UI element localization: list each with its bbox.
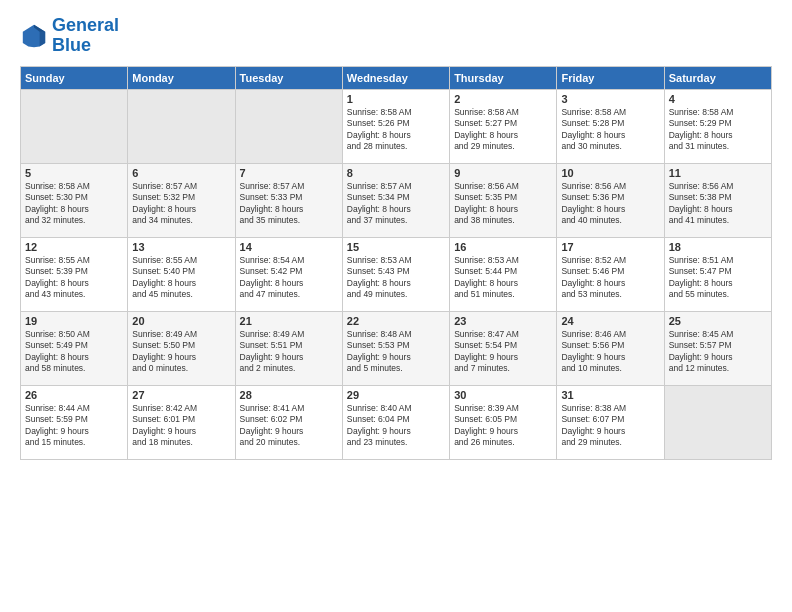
day-info: Sunrise: 8:58 AMSunset: 5:29 PMDaylight:…	[669, 107, 767, 153]
day-cell: 8Sunrise: 8:57 AMSunset: 5:34 PMDaylight…	[342, 163, 449, 237]
day-info: Sunrise: 8:51 AMSunset: 5:47 PMDaylight:…	[669, 255, 767, 301]
day-info: Sunrise: 8:55 AMSunset: 5:39 PMDaylight:…	[25, 255, 123, 301]
day-info: Sunrise: 8:57 AMSunset: 5:34 PMDaylight:…	[347, 181, 445, 227]
day-number: 19	[25, 315, 123, 327]
logo-icon	[20, 22, 48, 50]
day-info: Sunrise: 8:44 AMSunset: 5:59 PMDaylight:…	[25, 403, 123, 449]
day-cell: 26Sunrise: 8:44 AMSunset: 5:59 PMDayligh…	[21, 385, 128, 459]
day-number: 25	[669, 315, 767, 327]
day-number: 13	[132, 241, 230, 253]
day-number: 14	[240, 241, 338, 253]
day-number: 28	[240, 389, 338, 401]
day-info: Sunrise: 8:57 AMSunset: 5:32 PMDaylight:…	[132, 181, 230, 227]
day-number: 17	[561, 241, 659, 253]
header-cell-thursday: Thursday	[450, 66, 557, 89]
day-info: Sunrise: 8:56 AMSunset: 5:38 PMDaylight:…	[669, 181, 767, 227]
day-info: Sunrise: 8:55 AMSunset: 5:40 PMDaylight:…	[132, 255, 230, 301]
day-cell	[235, 89, 342, 163]
day-cell: 13Sunrise: 8:55 AMSunset: 5:40 PMDayligh…	[128, 237, 235, 311]
day-info: Sunrise: 8:57 AMSunset: 5:33 PMDaylight:…	[240, 181, 338, 227]
day-info: Sunrise: 8:58 AMSunset: 5:26 PMDaylight:…	[347, 107, 445, 153]
day-number: 5	[25, 167, 123, 179]
day-cell: 30Sunrise: 8:39 AMSunset: 6:05 PMDayligh…	[450, 385, 557, 459]
header-cell-friday: Friday	[557, 66, 664, 89]
day-number: 9	[454, 167, 552, 179]
day-cell: 2Sunrise: 8:58 AMSunset: 5:27 PMDaylight…	[450, 89, 557, 163]
day-cell: 18Sunrise: 8:51 AMSunset: 5:47 PMDayligh…	[664, 237, 771, 311]
day-cell: 15Sunrise: 8:53 AMSunset: 5:43 PMDayligh…	[342, 237, 449, 311]
day-number: 2	[454, 93, 552, 105]
day-cell: 5Sunrise: 8:58 AMSunset: 5:30 PMDaylight…	[21, 163, 128, 237]
svg-marker-2	[40, 32, 46, 47]
day-number: 8	[347, 167, 445, 179]
day-info: Sunrise: 8:52 AMSunset: 5:46 PMDaylight:…	[561, 255, 659, 301]
day-cell: 29Sunrise: 8:40 AMSunset: 6:04 PMDayligh…	[342, 385, 449, 459]
day-cell: 4Sunrise: 8:58 AMSunset: 5:29 PMDaylight…	[664, 89, 771, 163]
header-cell-monday: Monday	[128, 66, 235, 89]
day-info: Sunrise: 8:53 AMSunset: 5:44 PMDaylight:…	[454, 255, 552, 301]
day-cell: 16Sunrise: 8:53 AMSunset: 5:44 PMDayligh…	[450, 237, 557, 311]
logo-text: General Blue	[52, 16, 119, 56]
day-number: 21	[240, 315, 338, 327]
week-row-1: 1Sunrise: 8:58 AMSunset: 5:26 PMDaylight…	[21, 89, 772, 163]
day-number: 26	[25, 389, 123, 401]
day-cell	[21, 89, 128, 163]
day-info: Sunrise: 8:58 AMSunset: 5:27 PMDaylight:…	[454, 107, 552, 153]
day-number: 23	[454, 315, 552, 327]
day-cell: 19Sunrise: 8:50 AMSunset: 5:49 PMDayligh…	[21, 311, 128, 385]
day-info: Sunrise: 8:58 AMSunset: 5:30 PMDaylight:…	[25, 181, 123, 227]
day-number: 6	[132, 167, 230, 179]
day-number: 31	[561, 389, 659, 401]
day-number: 12	[25, 241, 123, 253]
day-number: 22	[347, 315, 445, 327]
day-info: Sunrise: 8:49 AMSunset: 5:51 PMDaylight:…	[240, 329, 338, 375]
day-cell: 7Sunrise: 8:57 AMSunset: 5:33 PMDaylight…	[235, 163, 342, 237]
day-cell: 12Sunrise: 8:55 AMSunset: 5:39 PMDayligh…	[21, 237, 128, 311]
day-number: 1	[347, 93, 445, 105]
week-row-3: 12Sunrise: 8:55 AMSunset: 5:39 PMDayligh…	[21, 237, 772, 311]
day-number: 27	[132, 389, 230, 401]
week-row-5: 26Sunrise: 8:44 AMSunset: 5:59 PMDayligh…	[21, 385, 772, 459]
day-cell: 22Sunrise: 8:48 AMSunset: 5:53 PMDayligh…	[342, 311, 449, 385]
day-cell: 27Sunrise: 8:42 AMSunset: 6:01 PMDayligh…	[128, 385, 235, 459]
day-cell: 10Sunrise: 8:56 AMSunset: 5:36 PMDayligh…	[557, 163, 664, 237]
day-cell: 9Sunrise: 8:56 AMSunset: 5:35 PMDaylight…	[450, 163, 557, 237]
day-cell: 31Sunrise: 8:38 AMSunset: 6:07 PMDayligh…	[557, 385, 664, 459]
day-info: Sunrise: 8:40 AMSunset: 6:04 PMDaylight:…	[347, 403, 445, 449]
day-number: 10	[561, 167, 659, 179]
day-info: Sunrise: 8:56 AMSunset: 5:36 PMDaylight:…	[561, 181, 659, 227]
day-info: Sunrise: 8:56 AMSunset: 5:35 PMDaylight:…	[454, 181, 552, 227]
day-cell: 21Sunrise: 8:49 AMSunset: 5:51 PMDayligh…	[235, 311, 342, 385]
header: General Blue	[20, 16, 772, 56]
header-cell-wednesday: Wednesday	[342, 66, 449, 89]
day-cell: 6Sunrise: 8:57 AMSunset: 5:32 PMDaylight…	[128, 163, 235, 237]
day-info: Sunrise: 8:53 AMSunset: 5:43 PMDaylight:…	[347, 255, 445, 301]
header-cell-sunday: Sunday	[21, 66, 128, 89]
day-cell: 17Sunrise: 8:52 AMSunset: 5:46 PMDayligh…	[557, 237, 664, 311]
day-info: Sunrise: 8:47 AMSunset: 5:54 PMDaylight:…	[454, 329, 552, 375]
day-cell	[664, 385, 771, 459]
logo: General Blue	[20, 16, 119, 56]
day-number: 7	[240, 167, 338, 179]
day-number: 16	[454, 241, 552, 253]
day-cell: 3Sunrise: 8:58 AMSunset: 5:28 PMDaylight…	[557, 89, 664, 163]
day-info: Sunrise: 8:41 AMSunset: 6:02 PMDaylight:…	[240, 403, 338, 449]
day-cell: 28Sunrise: 8:41 AMSunset: 6:02 PMDayligh…	[235, 385, 342, 459]
day-info: Sunrise: 8:39 AMSunset: 6:05 PMDaylight:…	[454, 403, 552, 449]
day-info: Sunrise: 8:50 AMSunset: 5:49 PMDaylight:…	[25, 329, 123, 375]
day-number: 11	[669, 167, 767, 179]
header-cell-tuesday: Tuesday	[235, 66, 342, 89]
week-row-4: 19Sunrise: 8:50 AMSunset: 5:49 PMDayligh…	[21, 311, 772, 385]
day-number: 15	[347, 241, 445, 253]
week-row-2: 5Sunrise: 8:58 AMSunset: 5:30 PMDaylight…	[21, 163, 772, 237]
day-info: Sunrise: 8:45 AMSunset: 5:57 PMDaylight:…	[669, 329, 767, 375]
day-cell: 24Sunrise: 8:46 AMSunset: 5:56 PMDayligh…	[557, 311, 664, 385]
day-cell	[128, 89, 235, 163]
calendar-table: SundayMondayTuesdayWednesdayThursdayFrid…	[20, 66, 772, 460]
day-number: 29	[347, 389, 445, 401]
page: General Blue SundayMondayTuesdayWednesda…	[0, 0, 792, 612]
day-cell: 11Sunrise: 8:56 AMSunset: 5:38 PMDayligh…	[664, 163, 771, 237]
header-cell-saturday: Saturday	[664, 66, 771, 89]
day-number: 24	[561, 315, 659, 327]
day-number: 18	[669, 241, 767, 253]
